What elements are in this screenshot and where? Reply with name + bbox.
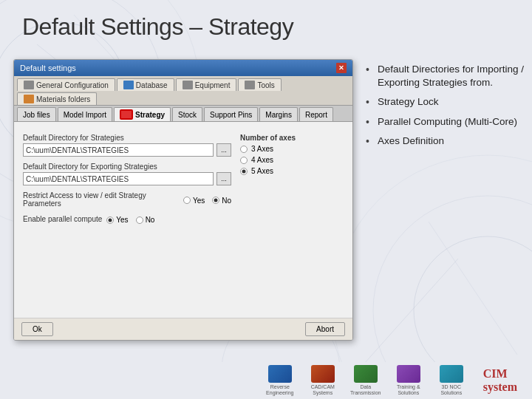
dialog-body: Default Directory for Strategies ... Def… <box>14 122 352 318</box>
bullet-item-4: Axes Definition <box>366 134 525 148</box>
3d-noc-label: 3D NOCSolutions <box>440 384 462 395</box>
bullet-item-1: Default Directories for Importing / Expo… <box>366 63 525 89</box>
dialog-titlebar: Default settings ✕ <box>14 60 352 76</box>
training-icon <box>397 365 420 383</box>
page-title: Default Settings – Strategy <box>22 13 293 41</box>
tab-tools[interactable]: Tools <box>238 78 281 91</box>
database-icon <box>123 81 134 89</box>
reverse-engineering-label: ReverseEngineering <box>266 384 293 395</box>
parallel-no-radio[interactable] <box>136 216 143 224</box>
logo-data-transmission: DataTransmission <box>347 365 384 395</box>
subtab-support-pins[interactable]: Support Pins <box>204 107 258 121</box>
restrict-no-radio[interactable] <box>212 197 219 204</box>
restrict-yes-option[interactable]: Yes <box>183 197 205 205</box>
axes-3-radio[interactable] <box>240 146 248 153</box>
axes-3-option[interactable]: 3 Axes <box>240 145 344 153</box>
dialog-spacer <box>23 231 344 312</box>
restrict-yes-radio[interactable] <box>183 197 191 204</box>
restrict-access-radio-group: Yes No <box>183 197 231 205</box>
folder-icon <box>24 95 34 103</box>
export-browse-button[interactable]: ... <box>216 172 231 185</box>
abort-button[interactable]: Abort <box>305 322 345 336</box>
import-directory-label: Default Directory for Strategies <box>23 134 231 142</box>
left-options: Default Directory for Strategies ... Def… <box>23 134 231 231</box>
3d-noc-icon <box>440 365 463 383</box>
subtab-strategy[interactable]: Strategy <box>114 107 171 121</box>
subtab-model-import[interactable]: Model Import <box>58 107 112 121</box>
dialog-footer: Ok Abort <box>14 318 352 340</box>
tab-equipment[interactable]: Equipment <box>176 78 237 91</box>
logo-training: Training &Solutions <box>390 365 427 395</box>
dialog-title: Default settings <box>20 64 76 72</box>
parallel-compute-radio-group: Yes No <box>106 216 154 224</box>
person-icon <box>24 81 34 89</box>
bullet-item-3: Parallel Computing (Multi-Core) <box>366 115 525 129</box>
strategy-icon <box>120 109 133 120</box>
restrict-access-row: Restrict Access to view / edit Strategy … <box>23 191 231 209</box>
data-transmission-label: DataTransmission <box>350 384 381 395</box>
axes-5-radio[interactable] <box>240 168 248 175</box>
logo-reverse-engineering: ReverseEngineering <box>262 365 299 395</box>
parallel-no-option[interactable]: No <box>136 216 155 224</box>
restrict-access-section: Restrict Access to view / edit Strategy … <box>23 191 231 209</box>
tab-general-configuration[interactable]: General Configuration <box>17 78 115 91</box>
tab-materials-folders[interactable]: Materials folders <box>17 92 97 105</box>
subtab-margins[interactable]: Margins <box>259 107 298 121</box>
tab-database[interactable]: Database <box>117 78 174 91</box>
cadcam-icon <box>311 365 335 383</box>
export-directory-input[interactable] <box>23 172 214 185</box>
parallel-compute-section: Enable parallel compute Yes No <box>23 215 231 225</box>
parallel-compute-row: Enable parallel compute Yes No <box>23 215 231 225</box>
subtab-job-files[interactable]: Job files <box>17 107 56 121</box>
bottom-logo-bar: ReverseEngineering CAD/CAMSystems DataTr… <box>0 362 532 399</box>
axes-4-option[interactable]: 4 Axes <box>240 156 344 164</box>
tools-icon <box>245 81 255 89</box>
subtab-stock[interactable]: Stock <box>172 107 202 121</box>
subtab-report[interactable]: Report <box>299 107 333 121</box>
svg-line-10 <box>429 222 517 355</box>
options-area: Default Directory for Strategies ... Def… <box>23 134 344 231</box>
parallel-yes-option[interactable]: Yes <box>106 216 128 224</box>
import-directory-input[interactable] <box>23 143 214 157</box>
axes-5-option[interactable]: 5 Axes <box>240 167 344 175</box>
axes-label: Number of axes <box>240 134 344 142</box>
import-directory-row: ... <box>23 143 231 157</box>
axes-options-group: 3 Axes 4 Axes 5 Axes <box>240 145 344 175</box>
ok-button[interactable]: Ok <box>21 322 53 336</box>
export-directory-section: Default Directory for Exporting Strategi… <box>23 163 231 185</box>
cim-system-brand: CIMsystem <box>483 367 517 394</box>
reverse-engineering-icon <box>268 365 292 383</box>
training-label: Training &Solutions <box>397 384 420 395</box>
feature-list: Default Directories for Importing / Expo… <box>366 63 525 148</box>
dialog-close-button[interactable]: ✕ <box>336 63 347 73</box>
parallel-yes-radio[interactable] <box>106 216 114 224</box>
equipment-icon <box>183 81 193 89</box>
export-directory-row: ... <box>23 172 231 185</box>
data-transmission-icon <box>354 365 378 383</box>
dialog-box: Default settings ✕ General Configuration… <box>13 59 353 341</box>
export-directory-label: Default Directory for Exporting Strategi… <box>23 163 231 171</box>
parallel-compute-label: Enable parallel compute <box>23 215 102 223</box>
logo-3d-noc: 3D NOCSolutions <box>433 365 470 395</box>
import-browse-button[interactable]: ... <box>216 143 231 157</box>
bullet-item-2: Strategy Lock <box>366 95 525 109</box>
axes-section: Number of axes 3 Axes 4 Axes 5 Axes <box>240 134 344 231</box>
restrict-no-option[interactable]: No <box>212 197 231 205</box>
subtab-bar: Job files Model Import Strategy Stock Su… <box>14 106 352 122</box>
logo-cadcam: CAD/CAMSystems <box>304 365 341 395</box>
axes-4-radio[interactable] <box>240 157 248 164</box>
restrict-access-label: Restrict Access to view / edit Strategy … <box>23 191 179 208</box>
import-directory-section: Default Directory for Strategies ... <box>23 134 231 157</box>
bullet-panel: Default Directories for Importing / Expo… <box>366 63 525 154</box>
tab-bar: General Configuration Database Equipment… <box>14 76 352 106</box>
cadcam-label: CAD/CAMSystems <box>311 384 335 395</box>
dialog-window: Default settings ✕ General Configuration… <box>13 59 353 341</box>
